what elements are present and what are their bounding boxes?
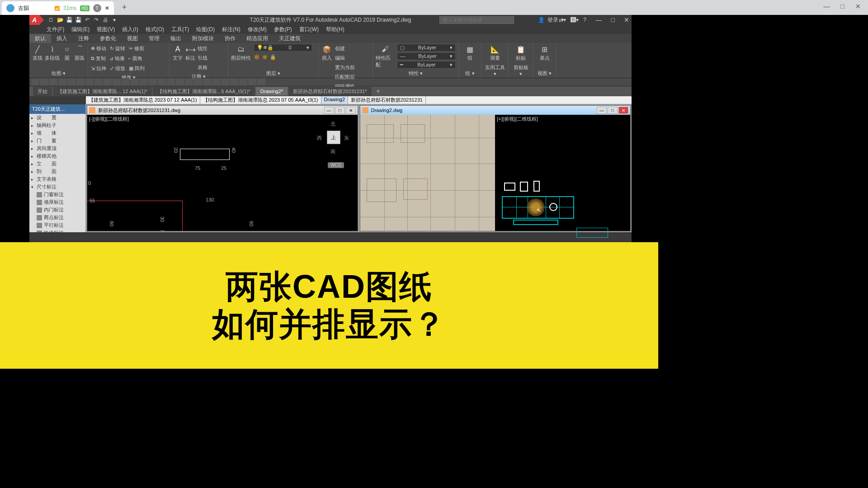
text-button[interactable]: A文字: [172, 44, 183, 72]
app-maximize-button[interactable]: □: [611, 16, 615, 23]
tab-addons[interactable]: 附加模块: [187, 34, 219, 43]
copy-button[interactable]: ⧉ 复制: [91, 54, 106, 63]
mini-tool[interactable]: [49, 78, 57, 85]
line-button[interactable]: ╱直线: [32, 44, 43, 61]
measure-button[interactable]: 📐测量: [484, 44, 505, 61]
doc-tab-struct[interactable]: 【结构施工图】湖南湘潭陈...5 AAA_t3(1)*: [153, 87, 255, 96]
qa-print-icon[interactable]: 🖨: [102, 16, 109, 23]
move-button[interactable]: ✥ 移动: [91, 44, 106, 53]
paste-button[interactable]: 📋粘贴: [511, 44, 530, 61]
mini-tool[interactable]: [212, 78, 220, 85]
drawing-maximize-button[interactable]: □: [335, 107, 345, 114]
scale-button[interactable]: ⤢ 缩放: [110, 64, 125, 73]
mini-tool[interactable]: [76, 78, 85, 85]
tree-item[interactable]: ▸轴网柱子: [29, 122, 85, 129]
left-drawing-titlebar[interactable]: 新邵孙总府邸石材数据20231231.dwg — □ ✕: [87, 106, 358, 115]
menu-edit[interactable]: 编辑(E): [68, 25, 93, 34]
mini-tool[interactable]: [248, 78, 256, 85]
table-button[interactable]: 表格: [198, 63, 208, 72]
menu-file[interactable]: 文件(F): [43, 25, 68, 34]
tree-item[interactable]: 快速标注: [29, 229, 85, 232]
tree-item[interactable]: ▸设 置: [29, 114, 85, 122]
drawing-minimize-button[interactable]: —: [597, 107, 607, 114]
drawing-close-button[interactable]: ✕: [346, 107, 356, 114]
mini-tool[interactable]: [58, 78, 66, 85]
qa-more-icon[interactable]: ▾: [111, 16, 118, 23]
mini-tool[interactable]: [149, 78, 157, 85]
mini-tool[interactable]: [203, 78, 211, 85]
menu-insert[interactable]: 插入(I): [118, 25, 142, 34]
tab-insert[interactable]: 插入: [51, 34, 73, 43]
app-minimize-button[interactable]: —: [596, 16, 602, 23]
minimize-button[interactable]: —: [821, 2, 833, 11]
doc-tab2-drawing2[interactable]: Drawing2: [321, 96, 348, 104]
mini-tool[interactable]: [85, 78, 94, 85]
layer-dropdown[interactable]: 💡❄🔒 0▾: [254, 44, 312, 52]
tab-manage[interactable]: 管理: [143, 34, 165, 43]
mini-tool[interactable]: [122, 78, 130, 85]
tree-item[interactable]: ▸房间屋顶: [29, 145, 85, 152]
menu-param[interactable]: 参数(P): [270, 25, 296, 34]
menu-window[interactable]: 窗口(W): [296, 25, 322, 34]
doc-tab-drawing2[interactable]: Drawing2*: [256, 87, 288, 95]
menu-format[interactable]: 格式(O): [142, 25, 168, 34]
tree-item[interactable]: ▸门 窗: [29, 137, 85, 145]
drawing-close-button[interactable]: ✕: [618, 107, 628, 114]
menu-modify[interactable]: 修改(M): [244, 25, 270, 34]
tree-item[interactable]: ▸文字表格: [29, 175, 85, 183]
mini-tool[interactable]: [158, 78, 166, 85]
layer-tool-1[interactable]: 🔆: [254, 52, 260, 61]
rotate-button[interactable]: ↻ 旋转: [110, 44, 125, 53]
right-drawing-titlebar[interactable]: Drawing2.dwg — □ ✕: [360, 106, 631, 115]
tab-default[interactable]: 默认: [29, 34, 51, 43]
arc-button[interactable]: ⌒圆弧: [74, 44, 85, 61]
mini-tool[interactable]: [221, 78, 229, 85]
mini-tool[interactable]: [239, 78, 247, 85]
image-background[interactable]: [360, 115, 495, 231]
right-drawing-canvas[interactable]: [+][俯视][二维线框]: [495, 115, 630, 231]
mini-tool[interactable]: [131, 78, 139, 85]
stretch-button[interactable]: ⇲ 拉伸: [91, 64, 106, 73]
app-logo-icon[interactable]: A: [29, 15, 39, 25]
close-window-button[interactable]: ✕: [853, 2, 863, 11]
add-doc-tab[interactable]: +: [373, 87, 384, 95]
mirror-button[interactable]: ⊿ 镜像: [109, 54, 125, 63]
new-tab-button[interactable]: +: [122, 3, 127, 12]
tree-item[interactable]: 门窗标注: [29, 191, 85, 198]
tree-item[interactable]: ▸立 面: [29, 160, 85, 168]
search-input[interactable]: [439, 16, 514, 24]
match-layer-button[interactable]: 匹配图层: [335, 72, 355, 81]
group-button[interactable]: ▦组: [462, 44, 478, 61]
tree-item[interactable]: 墙厚标注: [29, 198, 85, 206]
viewcube-top[interactable]: 上: [327, 131, 340, 144]
lineweight-dropdown[interactable]: ━ ByLayer▾: [397, 61, 456, 69]
qa-save-icon[interactable]: 💾: [66, 16, 73, 23]
mini-tool[interactable]: [67, 78, 75, 85]
tab-featured[interactable]: 精选应用: [241, 34, 274, 43]
layer-tool-2[interactable]: 🔅: [262, 52, 268, 61]
tab-collab[interactable]: 协作: [219, 34, 241, 43]
set-current-button[interactable]: 置为当前: [335, 63, 355, 72]
mini-tool[interactable]: [140, 78, 148, 85]
wcs-badge[interactable]: WCS: [328, 162, 344, 168]
drawing-maximize-button[interactable]: □: [608, 107, 618, 114]
drawing-minimize-button[interactable]: —: [324, 107, 334, 114]
tab-output[interactable]: 输出: [165, 34, 187, 43]
edit-block-button[interactable]: 编辑: [335, 53, 355, 62]
fillet-button[interactable]: ⌐ 圆角: [128, 54, 142, 63]
mini-tool[interactable]: [104, 78, 112, 85]
linear-button[interactable]: 线性: [198, 44, 208, 53]
leader-button[interactable]: 引线: [198, 53, 208, 62]
color-dropdown[interactable]: ▢ ByLayer▾: [397, 44, 456, 52]
doc-tab2-struct[interactable]: 【结构施工图】湖南湘潭陈总 2023 07 05 AAA_t3(1): [200, 96, 321, 104]
browser-tab[interactable]: 古韻 📶 31ms HD T ✕: [2, 1, 114, 15]
circle-button[interactable]: ○圆: [61, 44, 72, 61]
base-button[interactable]: ⊞基点: [536, 44, 553, 61]
mini-tool[interactable]: [176, 78, 184, 85]
match-props-button[interactable]: 🖌特性匹配: [376, 44, 394, 69]
doc-tab2-stone[interactable]: 新邵孙总府邸石材数据20231231: [348, 96, 426, 104]
menu-help[interactable]: 帮助(H): [322, 25, 348, 34]
mini-tool[interactable]: [31, 78, 39, 85]
qa-new-icon[interactable]: 🗋: [47, 16, 55, 23]
polyline-button[interactable]: ⌇多段线: [45, 44, 60, 61]
